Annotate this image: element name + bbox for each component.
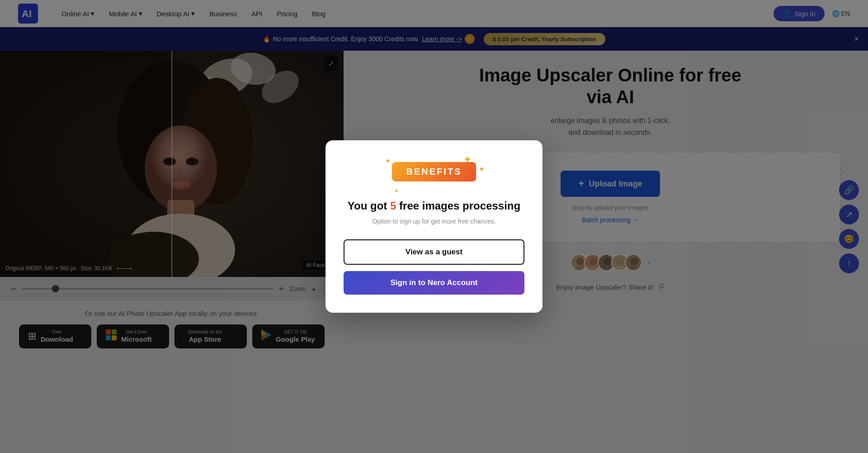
benefits-banner: BENEFITS (392, 162, 476, 181)
modal-overlay[interactable]: ✦ ✦ ✦ BENEFITS ✦ You got 5 free images p… (0, 0, 868, 453)
star-decoration-1: ✦ (385, 157, 391, 165)
modal-title: You got 5 free images processing (344, 200, 524, 212)
sign-in-nero-button[interactable]: Sign in to Nero Account (344, 271, 524, 295)
modal-subtitle: Option to sign up for get more free chan… (344, 218, 524, 225)
benefits-modal: ✦ ✦ ✦ BENEFITS ✦ You got 5 free images p… (326, 140, 542, 313)
star-decoration-3: ✦ (394, 188, 399, 194)
benefits-label: BENEFITS (406, 167, 462, 176)
benefits-banner-container: ✦ ✦ ✦ BENEFITS ✦ (392, 162, 476, 191)
star-decoration-4: ✦ (478, 164, 485, 174)
view-as-guest-button[interactable]: View as a guest (344, 239, 524, 265)
